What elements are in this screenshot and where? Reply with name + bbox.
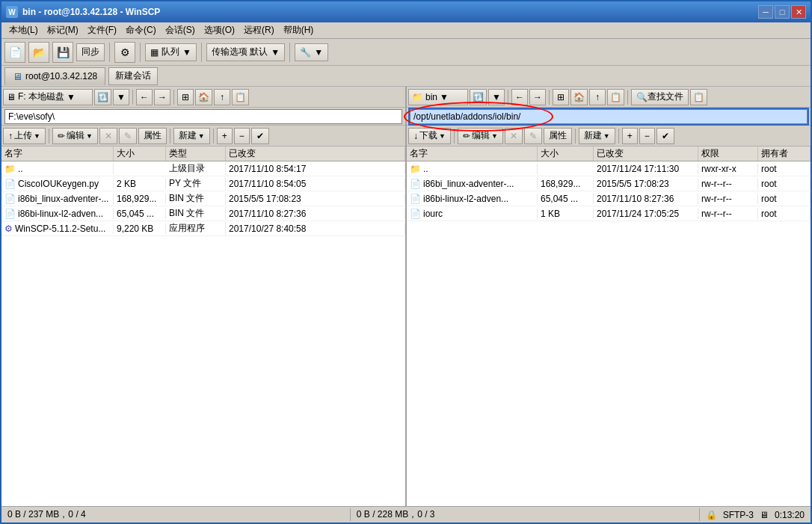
session-tab[interactable]: 🖥 root@10.3.42.128 [4,67,105,85]
left-delete-button[interactable]: ✕ [99,128,117,144]
left-home-btn[interactable]: 🏠 [195,89,212,105]
left-props-button[interactable]: 属性 [138,128,167,144]
right-refresh-btn[interactable]: 🔃 [470,89,487,105]
table-row[interactable]: 📄 i86bi-linux-l2-adven... 65,045 ... 201… [407,191,811,206]
menu-file[interactable]: 文件(F) [83,22,121,38]
left-minus-btn[interactable]: − [234,128,250,144]
toolbar-sync-btn[interactable]: 同步 [76,43,105,61]
window-title: bin - root@10.3.42.128 - WinSCP [22,7,160,17]
toolbar-transfer-btn[interactable]: 传输选项 默认 ▼ [206,43,285,61]
right-forward-btn[interactable]: → [529,89,546,105]
left-back-btn[interactable]: ← [136,89,153,105]
toolbar-new-btn[interactable]: 📄 [4,42,25,63]
menu-command[interactable]: 命令(C) [121,22,161,38]
left-sep2 [173,90,174,105]
right-col-owner[interactable]: 拥有者 [758,147,811,161]
right-address-box[interactable]: /opt/unetlab/addons/iol/bin/ [410,109,808,124]
right-rename-button[interactable]: ✎ [524,128,542,144]
right-up-btn[interactable]: ↑ [589,89,606,105]
right-drive-dropdown[interactable]: 📁 bin ▼ [408,89,468,105]
left-filter-btn[interactable]: ▼ [113,89,129,105]
minimize-button[interactable]: ─ [758,5,773,19]
right-minus-btn[interactable]: − [639,128,655,144]
left-status-text: 0 B / 237 MB，0 / 4 [7,509,86,520]
menu-mark[interactable]: 标记(M) [43,22,83,38]
monitor-icon: 🖥 [13,71,22,82]
download-arrow: ▼ [439,132,446,140]
table-row[interactable]: 📄 i86bi_linux-adventer-... 168,929... 20… [407,176,811,191]
time-label: 0:13:20 [775,510,805,520]
left-plus-btn[interactable]: + [217,128,233,144]
table-row[interactable]: 📄 i86bi-linux-l2-adven... 65,045 ... BIN… [1,206,405,221]
right-props-button[interactable]: 属性 [544,128,572,144]
menu-bar: 本地(L) 标记(M) 文件(F) 命令(C) 会话(S) 选项(O) 远程(R… [1,22,811,39]
toolbar-queue-btn[interactable]: ▦ 队列 ▼ [145,43,197,61]
left-col-size[interactable]: 大小 [114,147,166,161]
left-new-button[interactable]: 新建 ▼ [173,128,210,144]
ract-sep2 [575,129,576,144]
right-col-permissions[interactable]: 权限 [698,147,758,161]
left-col-name[interactable]: 名字 [1,147,114,161]
left-rename-button[interactable]: ✎ [119,128,137,144]
left-col-type[interactable]: 类型 [166,147,226,161]
table-row[interactable]: 📄 iourc 1 KB 2017/11/24 17:05:25 rw-r--r… [407,206,811,221]
menu-help[interactable]: 帮助(H) [279,22,319,38]
extra-icon: 🔧 [300,47,311,58]
menu-local[interactable]: 本地(L) [4,22,43,38]
right-col-size[interactable]: 大小 [538,147,594,161]
restore-button[interactable]: □ [775,5,790,19]
left-forward-btn[interactable]: → [154,89,170,105]
left-drive-label: F: 本地磁盘 [18,90,64,103]
right-delete-button[interactable]: ✕ [505,128,523,144]
menu-session[interactable]: 会话(S) [161,22,200,38]
left-refresh-btn[interactable]: 🔃 [94,89,111,105]
right-back-btn[interactable]: ← [511,89,528,105]
left-check-btn[interactable]: ✔ [251,128,269,144]
right-home-btn[interactable]: 🏠 [570,89,588,105]
right-new-button[interactable]: 新建 ▼ [579,128,615,144]
right-address-text: /opt/unetlab/addons/iol/bin/ [413,111,520,122]
close-button[interactable]: ✕ [791,5,806,19]
table-row[interactable]: 📄 CiscoIOUKeygen.py 2 KB PY 文件 2017/11/1… [1,176,405,191]
new-session-button[interactable]: 新建会话 [108,67,158,85]
act-sep2 [170,129,170,144]
upload-button[interactable]: ↑ 上传 ▼ [3,128,46,144]
lock-icon: 🔒 [706,510,717,520]
menu-options[interactable]: 选项(O) [200,22,239,38]
table-row[interactable]: 📄 i86bi_linux-adventer-... 168,929... BI… [1,191,405,206]
right-edit-button[interactable]: ✏ 编辑 ▼ [458,128,503,144]
table-row[interactable]: 📁 .. 上级目录 2017/11/10 8:54:17 [1,161,405,176]
left-root-btn[interactable]: ⊞ [177,89,194,105]
upload-label: 上传 [14,129,32,142]
table-row[interactable]: ⚙ WinSCP-5.11.2-Setu... 9,220 KB 应用程序 20… [1,221,405,236]
right-filter-btn[interactable]: ▼ [488,89,505,105]
right-drive-icon: 📁 [412,92,423,102]
toolbar-save-btn[interactable]: 💾 [52,42,73,63]
right-col-modified[interactable]: 已改变 [594,147,698,161]
edit-icon: ✏ [58,131,65,141]
toolbar-settings-btn[interactable]: ⚙ [114,42,135,63]
rprops-label: 属性 [549,129,567,142]
left-drive-dropdown[interactable]: 🖥 F: 本地磁盘 ▼ [3,89,93,105]
right-check-btn[interactable]: ✔ [656,128,674,144]
right-col-name[interactable]: 名字 [407,147,538,161]
left-sep1 [132,90,133,105]
right-root-btn[interactable]: ⊞ [553,89,569,105]
left-address-text: F:\eve\sofy\ [8,111,55,122]
left-up-btn[interactable]: ↑ [214,89,230,105]
toolbar-open-btn[interactable]: 📂 [28,42,49,63]
left-copy-btn[interactable]: 📋 [232,89,249,105]
file-py-icon: 📄 [4,179,16,189]
table-row[interactable]: 📁 .. 2017/11/24 17:11:30 rwxr-xr-x root [407,161,811,176]
right-extra-btn[interactable]: 📋 [690,89,707,105]
find-files-button[interactable]: 🔍 查找文件 [631,89,689,105]
left-address-box[interactable]: F:\eve\sofy\ [4,109,402,124]
right-plus-btn[interactable]: + [622,128,638,144]
right-copy-btn[interactable]: 📋 [607,89,624,105]
download-button[interactable]: ↓ 下载 ▼ [408,128,451,144]
toolbar-extra-btn[interactable]: 🔧 ▼ [295,43,328,61]
rename-icon: ✎ [124,131,132,141]
menu-remote[interactable]: 远程(R) [239,22,279,38]
left-edit-button[interactable]: ✏ 编辑 ▼ [52,128,98,144]
left-col-modified[interactable]: 已改变 [226,147,405,161]
